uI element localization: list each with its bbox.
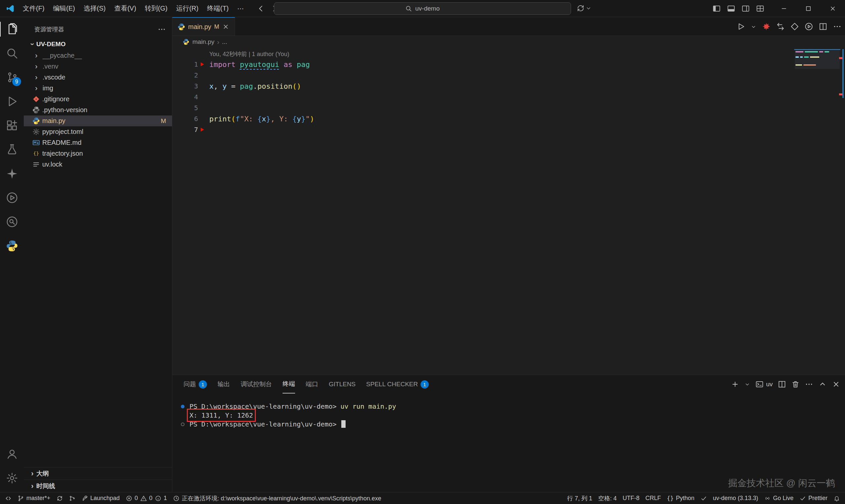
menubar-item[interactable]: 文件(F) xyxy=(18,2,49,15)
panel-tab-端口[interactable]: 端口 xyxy=(306,375,318,394)
tree-item-__pycache__[interactable]: ›__pycache__ xyxy=(24,50,172,61)
root-label: UV-DEMO xyxy=(36,40,66,48)
menubar-item[interactable]: 编辑(E) xyxy=(49,2,80,15)
menubar-item[interactable]: 转到(G) xyxy=(141,2,172,15)
command-pending-decoration-icon[interactable] xyxy=(181,422,184,426)
cursor-position-status[interactable]: 行 7, 列 1 xyxy=(564,492,595,504)
new-terminal-icon[interactable] xyxy=(731,380,739,389)
customize-layout-icon[interactable] xyxy=(756,4,764,13)
language-mode-status[interactable]: {} Python xyxy=(664,492,698,504)
menubar-overflow[interactable]: ⋯ xyxy=(233,2,248,15)
minimize-button[interactable] xyxy=(772,0,796,17)
more-actions-icon[interactable] xyxy=(157,25,166,34)
language-status-indicator[interactable] xyxy=(698,492,710,504)
terminal-output-area[interactable]: PS D:\workspace\vue-learning\uv-demo> uv… xyxy=(172,394,845,429)
terminal-profile[interactable]: uv xyxy=(755,380,773,389)
gitlens-graph-button[interactable] xyxy=(66,492,78,504)
python-env-activation-status[interactable]: 正在激活环境: d:\workspace\vue-learning\uv-dem… xyxy=(170,492,384,504)
toggle-panel-icon[interactable] xyxy=(727,4,735,13)
tree-item-uv.lock[interactable]: uv.lock xyxy=(24,159,172,170)
menubar-item[interactable]: 运行(R) xyxy=(172,2,203,15)
branch-status[interactable]: master*+ xyxy=(15,492,53,504)
split-terminal-icon[interactable] xyxy=(778,380,786,389)
breadcrumb-symbol[interactable]: ... xyxy=(222,38,227,46)
code-editor[interactable]: You, 42秒钟前 | 1 author (You) 1import pyau… xyxy=(172,48,845,375)
panel-tab-SPELL CHECKER[interactable]: SPELL CHECKER1 xyxy=(366,375,429,394)
tree-item-.venv[interactable]: ›.venv xyxy=(24,61,172,72)
more-actions-icon[interactable] xyxy=(805,380,813,389)
code-token: ( xyxy=(231,115,235,123)
activity-python-env[interactable] xyxy=(0,210,24,234)
activity-testing[interactable] xyxy=(0,138,24,162)
toggle-primary-sidebar-icon[interactable] xyxy=(712,4,721,13)
panel-tab-GITLENS[interactable]: GITLENS xyxy=(329,375,355,394)
kill-terminal-icon[interactable] xyxy=(791,380,800,389)
extension-star-icon[interactable] xyxy=(762,22,771,31)
menubar-item[interactable]: 终端(T) xyxy=(203,2,233,15)
close-panel-icon[interactable] xyxy=(832,380,840,389)
tree-item-pyproject.toml[interactable]: pyproject.toml xyxy=(24,126,172,137)
tree-item-README.md[interactable]: README.md xyxy=(24,137,172,148)
run-below-icon[interactable] xyxy=(805,22,813,31)
menubar-item[interactable]: 选择(S) xyxy=(79,2,110,15)
back-icon[interactable] xyxy=(257,4,265,13)
breadcrumb[interactable]: main.py › ... xyxy=(172,36,845,48)
close-button[interactable] xyxy=(821,0,845,17)
eol-status[interactable]: CRLF xyxy=(642,492,664,504)
gitlens-icon[interactable] xyxy=(790,22,799,31)
tree-item-.python-version[interactable]: .python-version xyxy=(24,105,172,115)
activity-source-control[interactable]: 9 xyxy=(0,65,24,89)
cloud-sync-control[interactable] xyxy=(576,4,592,13)
maximize-panel-icon[interactable] xyxy=(818,380,827,389)
menubar-item[interactable]: 查看(V) xyxy=(110,2,141,15)
toggle-secondary-sidebar-icon[interactable] xyxy=(741,4,750,13)
tab-close-icon[interactable] xyxy=(222,23,229,30)
go-live-status[interactable]: Go Live xyxy=(761,492,796,504)
tree-item-main.py[interactable]: main.pyM xyxy=(24,115,172,126)
minimap[interactable] xyxy=(795,51,835,67)
terminal-dropdown-chevron-icon[interactable] xyxy=(744,381,750,387)
activity-run-circle[interactable] xyxy=(0,186,24,210)
outline-section[interactable]: › 大纲 xyxy=(24,467,172,480)
activity-python[interactable] xyxy=(0,234,24,258)
launchpad-status[interactable]: Launchpad xyxy=(78,492,123,504)
code-line-3: 3x, y = pag.position() xyxy=(172,81,845,92)
python-interpreter-status[interactable]: uv-demo (3.13.3) xyxy=(710,492,761,504)
tab-main-py[interactable]: main.py M xyxy=(172,17,235,36)
remote-indicator[interactable] xyxy=(2,492,15,504)
maximize-button[interactable] xyxy=(796,0,821,17)
more-actions-icon[interactable] xyxy=(833,22,842,31)
activity-extensions[interactable] xyxy=(0,113,24,138)
breadcrumb-file[interactable]: main.py xyxy=(192,38,214,46)
panel-tab-终端[interactable]: 终端 xyxy=(283,375,295,394)
activity-settings[interactable] xyxy=(0,466,24,490)
prettier-status[interactable]: Prettier xyxy=(796,492,830,504)
activity-search[interactable] xyxy=(0,41,24,65)
activity-sparkle[interactable] xyxy=(0,162,24,186)
tree-item-.vscode[interactable]: ›.vscode xyxy=(24,72,172,83)
tree-item-.gitignore[interactable]: .gitignore xyxy=(24,94,172,105)
panel-tab-调试控制台[interactable]: 调试控制台 xyxy=(241,375,272,394)
encoding-status[interactable]: UTF-8 xyxy=(619,492,642,504)
activity-explorer[interactable] xyxy=(0,17,24,41)
split-editor-icon[interactable] xyxy=(818,22,828,31)
tree-root-uv-demo[interactable]: › UV-DEMO xyxy=(24,38,172,50)
activity-run-debug[interactable] xyxy=(0,89,24,113)
command-center-search[interactable]: uv-demo xyxy=(274,2,571,15)
notifications-status[interactable] xyxy=(830,492,843,504)
tree-item-trajectory.json[interactable]: {}trajectory.json xyxy=(24,148,172,159)
tree-item-img[interactable]: ›img xyxy=(24,83,172,94)
panel-tab-问题[interactable]: 问题1 xyxy=(183,375,207,394)
command-success-decoration-icon[interactable] xyxy=(181,405,184,408)
compare-changes-icon[interactable] xyxy=(776,22,785,31)
activity-account[interactable] xyxy=(0,442,24,466)
sync-changes[interactable] xyxy=(53,492,66,504)
run-dropdown-chevron-icon[interactable] xyxy=(751,24,757,30)
timeline-section[interactable]: › 时间线 xyxy=(24,480,172,492)
codelens-annotation[interactable]: You, 42秒钟前 | 1 author (You) xyxy=(209,49,845,59)
indentation-status[interactable]: 空格: 4 xyxy=(595,492,619,504)
problems-status[interactable]: 0 0 1 xyxy=(123,492,170,504)
panel-tab-输出[interactable]: 输出 xyxy=(217,375,230,394)
run-file-icon[interactable] xyxy=(736,22,745,31)
markdown-icon xyxy=(32,139,40,146)
